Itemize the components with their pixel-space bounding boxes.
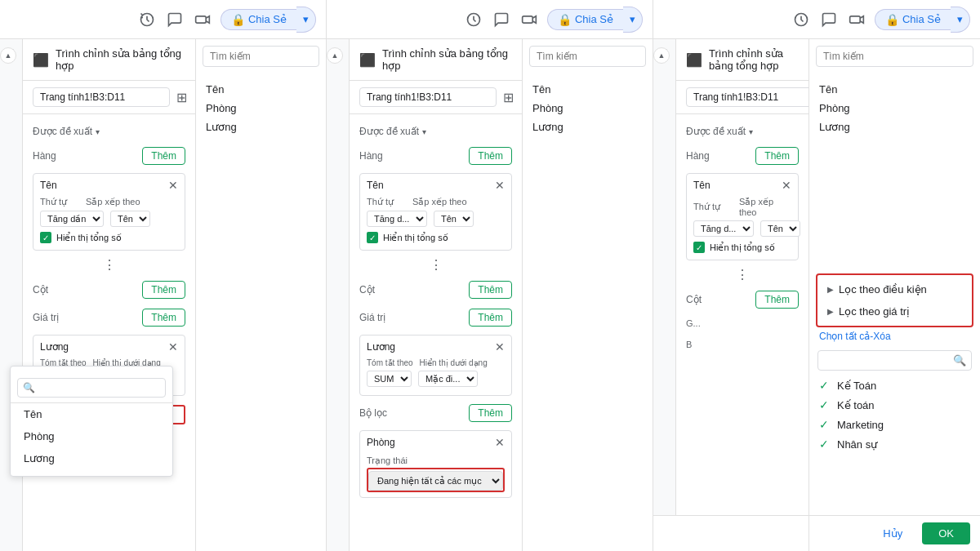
video-icon-2[interactable] [519,10,539,29]
check-item-1[interactable]: ✓ Kế toán [809,395,980,415]
filter-section-2: Bộ lọc Thêm [350,399,522,427]
check-item-3[interactable]: ✓ Nhân sự [809,434,980,454]
dropdown-item-phong-1[interactable]: Phòng [11,425,172,447]
history-icon-3[interactable] [791,10,811,29]
filter-search-row-3: 🔍 [817,350,972,371]
ten-card-close-3[interactable]: ✕ [782,179,791,192]
luong-card-title-1: Lương [40,341,69,353]
tang-dan-select-3[interactable]: Tăng d... [693,220,754,237]
share-dropdown-3[interactable]: ▾ [951,7,970,33]
dropdown-item-luong-1[interactable]: Lương [11,447,172,469]
dots-menu-3[interactable]: ⋮ [676,264,808,286]
rows-add-btn-2[interactable]: Thêm [469,147,512,165]
suggested-arrow-1[interactable]: ▾ [96,127,100,136]
ten-card-close-2[interactable]: ✕ [495,179,505,192]
share-dropdown-1[interactable]: ▾ [296,7,316,33]
check-item-2[interactable]: ✓ Marketing [809,415,980,434]
comment-icon-1[interactable] [165,10,185,29]
luong-card-close-1[interactable]: ✕ [168,340,178,353]
search-item-phong-2[interactable]: Phòng [532,99,643,118]
collapse-btn-2[interactable]: ▲ [327,47,343,64]
video-icon-1[interactable] [193,10,212,29]
cols-label-3: Cột [686,294,702,305]
search-item-ten-3[interactable]: Tên [819,80,970,99]
filter-status-select-2[interactable]: Đang hiện tất cả các mục [368,471,503,491]
panel-body-1: Được đề xuất ▾ Hàng Thêm Tên ✕ T [23,114,195,551]
mac-dinh-select-2[interactable]: Mặc đi... [418,371,478,387]
filter-search-input-3[interactable] [823,355,953,367]
rows-add-btn-3[interactable]: Thêm [755,147,799,165]
search-input-3[interactable] [816,46,973,67]
filter-add-btn-2[interactable]: Thêm [469,404,512,422]
dots-menu-2[interactable]: ⋮ [350,254,522,276]
check-label-0: Kế Toán [837,380,876,392]
values-label-1: Giá trị [33,312,59,323]
panel-body-3: Được đề xuất ▾ Hàng Thêm Tên ✕ Thứ tự [676,114,808,551]
ten-select-2[interactable]: Tên [434,211,474,227]
video-icon-3[interactable] [847,10,866,29]
search-input-2[interactable] [529,46,646,67]
sum-select-2[interactable]: SUM [367,371,412,387]
history-icon-2[interactable] [464,10,483,29]
suggested-arrow-3[interactable]: ▾ [749,127,753,136]
share-btn-2[interactable]: 🔒 Chia Sẻ ▾ [547,7,643,33]
ten-card-close-1[interactable]: ✕ [168,179,178,192]
values-add-btn-2[interactable]: Thêm [469,309,512,327]
dropdown-search-input-1[interactable] [38,382,160,393]
checkbox-1[interactable]: ✓ [40,232,51,243]
search-input-row-1 [196,39,326,73]
select-all-clear-3[interactable]: Chọn tất cả-Xóa [809,327,980,345]
checkbox-3[interactable]: ✓ [693,242,705,253]
loc-theo-dieu-kien-item[interactable]: ▶ Lọc theo điều kiện [817,278,972,300]
tang-dan-select-1[interactable]: Tăng dần [40,211,104,227]
suggested-label-3: Được đề xuất [686,126,746,137]
values-add-btn-1[interactable]: Thêm [142,309,185,327]
comment-icon-2[interactable] [492,10,511,29]
luong-card-close-2[interactable]: ✕ [495,340,505,353]
search-item-ten-2[interactable]: Tên [532,80,643,99]
lock-icon-2: 🔒 [558,13,572,26]
ten-select-3[interactable]: Tên [760,220,800,237]
sap-xep-label-3: Sắp xếp theo [739,197,791,217]
range-input-1[interactable] [33,87,170,107]
search-item-phong-3[interactable]: Phòng [819,99,970,118]
share-btn-3[interactable]: 🔒 Chia Sẻ ▾ [875,7,970,33]
search-item-luong-2[interactable]: Lương [532,118,643,136]
search-item-luong-3[interactable]: Lương [819,118,970,136]
tang-dan-select-2[interactable]: Tăng d... [367,211,427,227]
search-input-1[interactable] [203,46,319,67]
loc-theo-gia-tri-item[interactable]: ▶ Lọc theo giá trị [817,300,972,322]
cols-add-btn-3[interactable]: Thêm [755,291,799,309]
phong-card-close-2[interactable]: ✕ [495,436,505,449]
thu-tu-label-1: Thứ tự [40,197,79,207]
toolbar-3: 🔒 Chia Sẻ ▾ [653,0,980,38]
grid-icon-2[interactable]: ⊞ [503,90,514,105]
cols-section-3: Cột Thêm [676,286,808,313]
search-item-luong-1[interactable]: Lương [206,118,316,136]
range-input-3[interactable] [686,87,808,107]
check-item-0[interactable]: ✓ Kế Toán [809,375,980,395]
search-items-3: Tên Phòng Lương [809,73,980,143]
checkbox-2[interactable]: ✓ [367,232,378,243]
thu-tu-label-3: Thứ tự [693,202,733,212]
checkbox-label-3: Hiển thị tổng số [710,242,775,253]
suggested-arrow-2[interactable]: ▾ [422,127,426,136]
range-input-2[interactable] [359,87,497,107]
search-item-ten-1[interactable]: Tên [206,80,316,99]
cols-add-btn-2[interactable]: Thêm [469,281,512,299]
grid-icon-1[interactable]: ⊞ [176,90,187,105]
ten-card-3: Tên ✕ Thứ tự Sắp xếp theo Tăng d... Tên [686,173,799,260]
share-btn-1[interactable]: 🔒 Chia Sẻ ▾ [220,7,316,33]
search-item-phong-1[interactable]: Phòng [206,99,316,118]
share-dropdown-2[interactable]: ▾ [623,7,643,33]
rows-add-btn-1[interactable]: Thêm [142,147,185,165]
ten-select-1[interactable]: Tên [110,211,150,227]
collapse-btn-3[interactable]: ▲ [653,47,670,64]
history-icon-1[interactable] [137,10,157,29]
collapse-btn-1[interactable]: ▲ [0,47,16,64]
phong-card-2: Phòng ✕ Trạng thái Đang hiện tất cả các … [359,430,512,498]
comment-icon-3[interactable] [819,10,839,29]
dots-menu-1[interactable]: ⋮ [23,254,195,276]
dropdown-item-ten-1[interactable]: Tên [11,403,172,425]
cols-add-btn-1[interactable]: Thêm [142,281,185,299]
